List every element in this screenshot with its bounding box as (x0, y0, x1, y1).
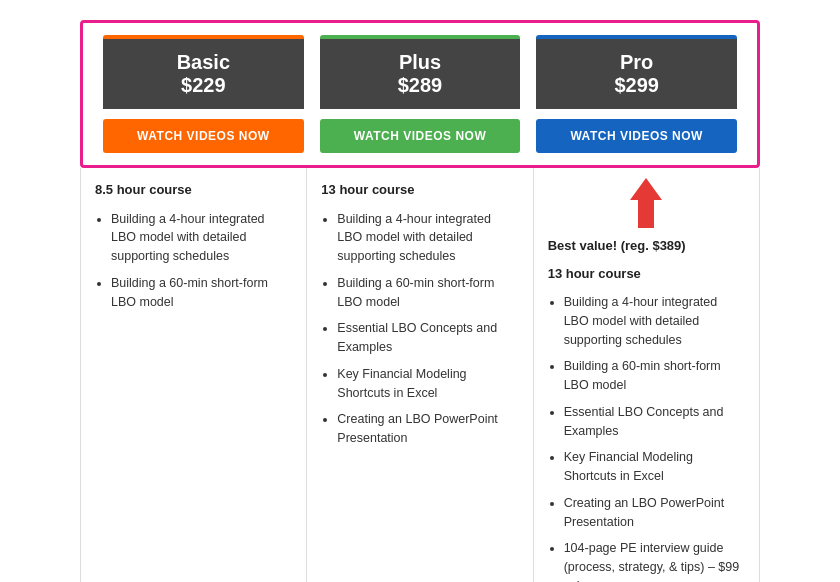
list-item: Creating an LBO PowerPoint Presentation (337, 410, 518, 448)
pro-plan-name: Pro (544, 51, 729, 74)
pro-plan-price: $299 (544, 74, 729, 97)
list-item: Building a 4-hour integrated LBO model w… (111, 210, 292, 266)
plus-features-list: Building a 4-hour integrated LBO model w… (321, 210, 518, 448)
plus-plan-name: Plus (328, 51, 513, 74)
basic-plan-name: Basic (111, 51, 296, 74)
list-item: Building a 60-min short-form LBO model (564, 357, 745, 395)
basic-content: 8.5 hour course Building a 4-hour integr… (81, 168, 307, 582)
list-item: Building a 4-hour integrated LBO model w… (564, 293, 745, 349)
pricing-content: 8.5 hour course Building a 4-hour integr… (80, 168, 760, 582)
pricing-header-box: Basic $229 WATCH VIDEOS NOW Plus $289 WA… (80, 20, 760, 168)
list-item: Building a 60-min short-form LBO model (111, 274, 292, 312)
arrow-container (548, 178, 745, 228)
pro-plan-header: Pro $299 (536, 35, 737, 109)
list-item: Creating an LBO PowerPoint Presentation (564, 494, 745, 532)
list-item: Key Financial Modeling Shortcuts in Exce… (337, 365, 518, 403)
basic-duration: 8.5 hour course (95, 180, 292, 200)
plus-column: Plus $289 WATCH VIDEOS NOW (312, 35, 529, 153)
pro-duration: 13 hour course (548, 264, 745, 284)
basic-features-list: Building a 4-hour integrated LBO model w… (95, 210, 292, 312)
list-item: Building a 60-min short-form LBO model (337, 274, 518, 312)
pro-features-list: Building a 4-hour integrated LBO model w… (548, 293, 745, 582)
pricing-columns: Basic $229 WATCH VIDEOS NOW Plus $289 WA… (95, 35, 745, 153)
basic-plan-header: Basic $229 (103, 35, 304, 109)
pro-best-value: Best value! (reg. $389) (548, 236, 745, 256)
basic-column: Basic $229 WATCH VIDEOS NOW (95, 35, 312, 153)
pro-column: Pro $299 WATCH VIDEOS NOW (528, 35, 745, 153)
plus-duration: 13 hour course (321, 180, 518, 200)
pro-watch-button[interactable]: WATCH VIDEOS NOW (536, 119, 737, 153)
list-item: 104-page PE interview guide (process, st… (564, 539, 745, 582)
plus-plan-header: Plus $289 (320, 35, 521, 109)
basic-watch-button[interactable]: WATCH VIDEOS NOW (103, 119, 304, 153)
plus-watch-button[interactable]: WATCH VIDEOS NOW (320, 119, 521, 153)
best-value-text: Best value! (reg. $389) (548, 238, 686, 253)
pro-content: Best value! (reg. $389) 13 hour course B… (534, 168, 759, 582)
plus-plan-price: $289 (328, 74, 513, 97)
plus-content: 13 hour course Building a 4-hour integra… (307, 168, 533, 582)
up-arrow-icon (626, 178, 666, 228)
page-container: Basic $229 WATCH VIDEOS NOW Plus $289 WA… (0, 0, 840, 582)
basic-plan-price: $229 (111, 74, 296, 97)
list-item: Building a 4-hour integrated LBO model w… (337, 210, 518, 266)
list-item: Essential LBO Concepts and Examples (337, 319, 518, 357)
list-item: Key Financial Modeling Shortcuts in Exce… (564, 448, 745, 486)
pricing-wrapper: Basic $229 WATCH VIDEOS NOW Plus $289 WA… (80, 20, 760, 582)
svg-marker-0 (630, 178, 662, 228)
list-item: Essential LBO Concepts and Examples (564, 403, 745, 441)
